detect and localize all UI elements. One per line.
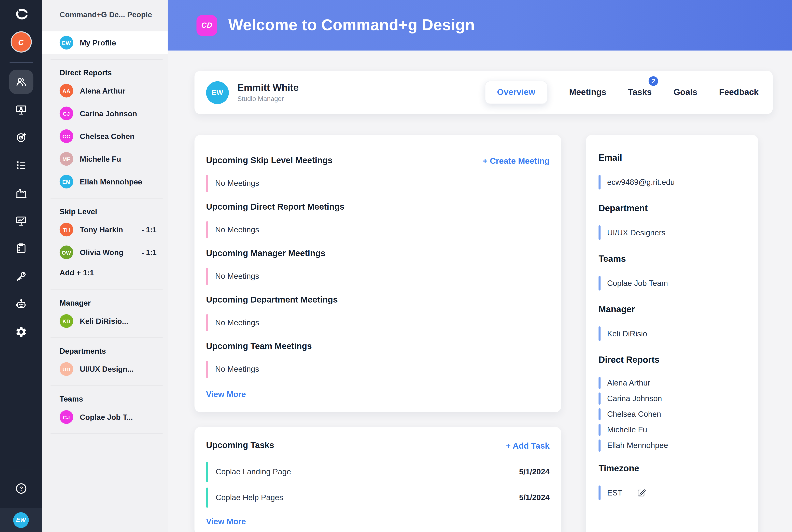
nav-notes-icon[interactable] (9, 236, 33, 261)
person-item[interactable]: TH Tony Harkin - 1:1 (42, 218, 168, 241)
details-heading: Email (598, 153, 749, 163)
nav-goals-icon[interactable] (9, 125, 33, 150)
accent-bar (598, 225, 600, 240)
help-icon[interactable]: ? (9, 476, 33, 501)
accent-bar (206, 268, 208, 285)
accent-bar (598, 377, 600, 389)
person-item[interactable]: CC Chelsea Cohen (42, 125, 168, 148)
welcome-banner: CD Welcome to Command+g Design (168, 0, 792, 51)
accent-bar (598, 424, 600, 436)
section-heading: Departments (60, 346, 168, 355)
icon-rail: C (0, 0, 42, 532)
accent-bar (598, 276, 600, 290)
sidebar-title: Command+G De... People (42, 0, 168, 29)
tab-meetings[interactable]: Meetings (569, 81, 606, 104)
details-value: EST (598, 486, 749, 500)
person-item[interactable]: EM Ellah Mennohpee (42, 170, 168, 193)
divider (51, 198, 163, 198)
rail-user-strip: EW (0, 508, 42, 532)
avatar: OW (60, 246, 73, 259)
nav-permissions-icon[interactable] (9, 264, 33, 288)
profile-avatar: EW (206, 81, 229, 104)
meetings-section-heading: Upcoming Skip Level Meetings (206, 156, 332, 166)
edit-timezone-icon[interactable] (637, 488, 646, 497)
person-item[interactable]: CJ Carina Johnson (42, 102, 168, 125)
nav-company-icon[interactable] (9, 181, 33, 205)
accent-bar (206, 221, 208, 239)
tab-feedback[interactable]: Feedback (719, 81, 758, 104)
details-value: Keli DiRisio (598, 326, 749, 341)
coplae-logo-icon[interactable] (12, 6, 30, 23)
tab-goals[interactable]: Goals (674, 81, 697, 104)
accent-bar (598, 486, 600, 500)
accent-bar (598, 439, 600, 452)
details-value: Ellah Mennohpee (598, 439, 749, 452)
accent-bar (598, 326, 600, 341)
nav-bot-icon[interactable] (9, 292, 33, 316)
nav-people-icon[interactable] (9, 70, 33, 94)
accent-bar (206, 314, 208, 331)
add-task-link[interactable]: + Add Task (506, 441, 549, 450)
people-sidebar: Command+G De... People EW My Profile Dir… (42, 0, 168, 532)
avatar: KD (60, 314, 73, 328)
details-value: Alena Arthur (598, 377, 749, 389)
details-heading: Direct Reports (598, 355, 749, 365)
tasks-view-more-link[interactable]: View More (206, 517, 246, 527)
empty-meetings-row: No Meetings (206, 221, 549, 239)
avatar: CJ (60, 107, 73, 120)
page-title: Welcome to Command+g Design (228, 16, 475, 35)
nav-performance-icon[interactable] (9, 209, 33, 233)
workspace-badge: CD (197, 15, 217, 36)
accent-bar (206, 462, 208, 482)
divider (51, 385, 163, 386)
person-item[interactable]: AA Alena Arthur (42, 79, 168, 102)
divider (51, 59, 163, 59)
workspace-avatar[interactable]: C (11, 32, 31, 52)
details-value: Carina Johnson (598, 393, 749, 405)
task-due-date: 5/1/2024 (519, 467, 549, 476)
section-heading: Skip Level (60, 207, 168, 216)
divider (51, 289, 163, 290)
person-item[interactable]: MF Michelle Fu (42, 148, 168, 170)
accent-bar (206, 488, 208, 508)
department-item[interactable]: UD UI/UX Design... (42, 358, 168, 380)
one-on-one-tag: - 1:1 (141, 248, 157, 256)
nav-settings-icon[interactable] (9, 320, 33, 344)
details-value: UI/UX Designers (598, 225, 749, 240)
task-item[interactable]: Coplae Help Pages 5/1/2024 (206, 486, 549, 510)
accent-bar (206, 175, 208, 192)
meetings-card: Upcoming Skip Level Meetings + Create Me… (195, 135, 561, 412)
section-heading: Direct Reports (60, 68, 168, 77)
avatar: UD (60, 362, 73, 376)
my-profile-item[interactable]: EW My Profile (42, 31, 168, 54)
user-avatar[interactable]: EW (13, 512, 29, 528)
details-heading: Teams (598, 254, 749, 264)
details-value: Chelsea Cohen (598, 408, 749, 420)
avatar: CJ (60, 410, 73, 424)
add-one-on-one-button[interactable]: Add + 1:1 (60, 268, 168, 277)
profile-tabs: Overview Meetings Tasks2 Goals Feedback (485, 81, 758, 104)
profile-details-panel: Email ecw9489@g.rit.edu Department UI/UX… (586, 135, 758, 532)
svg-text:?: ? (19, 485, 23, 492)
empty-meetings-row: No Meetings (206, 361, 549, 378)
nav-reviews-icon[interactable] (9, 153, 33, 177)
team-item[interactable]: CJ Coplae Job T... (42, 405, 168, 428)
profile-header-card: EW Emmitt White Studio Manager Overview … (195, 71, 773, 114)
profile-name: Emmitt White (237, 82, 298, 94)
person-item[interactable]: KD Keli DiRisio... (42, 310, 168, 332)
nav-presentation-icon[interactable] (9, 98, 33, 122)
task-item[interactable]: Coplae Landing Page 5/1/2024 (206, 460, 549, 484)
meetings-section-heading: Upcoming Department Meetings (206, 295, 549, 305)
person-item[interactable]: OW Olivia Wong - 1:1 (42, 241, 168, 264)
tab-overview[interactable]: Overview (485, 81, 547, 104)
create-meeting-link[interactable]: + Create Meeting (483, 156, 549, 165)
avatar: EW (60, 36, 73, 50)
accent-bar (598, 393, 600, 405)
meetings-view-more-link[interactable]: View More (206, 390, 246, 399)
tab-tasks[interactable]: Tasks2 (628, 81, 652, 104)
avatar: EM (60, 175, 73, 188)
meetings-section-heading: Upcoming Team Meetings (206, 341, 549, 352)
app: C (0, 0, 792, 532)
tasks-card: Upcoming Tasks + Add Task Coplae Landing… (195, 427, 561, 532)
tasks-heading: Upcoming Tasks (206, 440, 274, 451)
